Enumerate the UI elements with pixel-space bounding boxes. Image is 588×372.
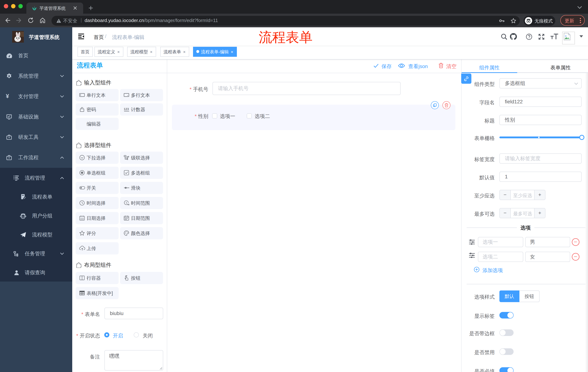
svg-text:123: 123 (124, 107, 129, 111)
